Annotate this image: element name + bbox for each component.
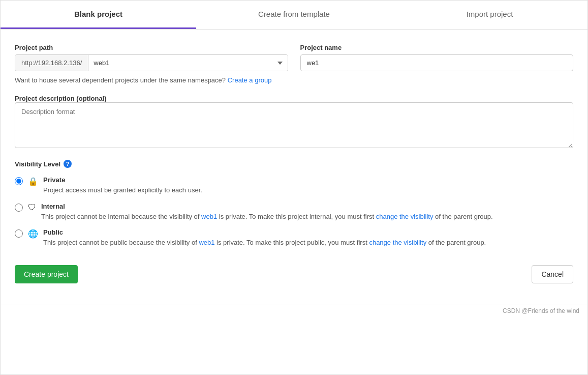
create-project-button[interactable]: Create project [15, 265, 78, 283]
visibility-public-desc: This project cannot be public because th… [43, 238, 573, 248]
visibility-public-radio[interactable] [15, 229, 23, 238]
visibility-private-label: Private [43, 176, 573, 184]
internal-web1-link[interactable]: web1 [201, 213, 217, 220]
globe-icon: 🌐 [28, 229, 38, 239]
visibility-internal-content: Internal This project cannot be internal… [41, 203, 573, 222]
footer: CSDN @Friends of the wind [1, 304, 587, 318]
create-group-link[interactable]: Create a group [228, 76, 272, 84]
tab-import[interactable]: Import project [392, 1, 587, 29]
form-actions: Create project Cancel [15, 260, 573, 283]
footer-text: CSDN @Friends of the wind [503, 307, 579, 314]
visibility-private-option: 🔒 Private Project access must be granted… [15, 176, 573, 195]
visibility-internal-desc: This project cannot be internal because … [41, 212, 573, 222]
public-web1-link[interactable]: web1 [199, 239, 214, 246]
cancel-button[interactable]: Cancel [532, 265, 573, 283]
visibility-options: 🔒 Private Project access must be granted… [15, 176, 573, 248]
visibility-internal-radio[interactable] [15, 204, 23, 212]
path-prefix: http://192.168.2.136/ [15, 55, 88, 71]
namespace-hint: Want to house several dependent projects… [15, 76, 573, 84]
path-namespace-select[interactable]: web1 [88, 55, 287, 71]
project-path-label: Project path [15, 44, 288, 51]
description-label: Project description (optional) [15, 95, 107, 102]
tab-blank[interactable]: Blank project [1, 1, 196, 29]
description-textarea[interactable] [15, 102, 573, 148]
visibility-public-option: 🌐 Public This project cannot be public b… [15, 228, 573, 248]
path-name-row: Project path http://192.168.2.136/ web1 … [15, 44, 573, 71]
visibility-private-content: Private Project access must be granted e… [43, 176, 573, 195]
description-group: Project description (optional) [15, 94, 573, 150]
visibility-private-desc: Project access must be granted explicitl… [43, 185, 573, 195]
public-change-visibility-link[interactable]: change the visibility [369, 239, 426, 246]
visibility-internal-option: 🛡 Internal This project cannot be intern… [15, 203, 573, 222]
visibility-public-content: Public This project cannot be public bec… [43, 228, 573, 248]
project-name-input[interactable] [300, 54, 574, 71]
visibility-section-label: Visibility Level ? [15, 160, 573, 168]
project-name-group: Project name [300, 44, 574, 71]
visibility-public-label: Public [43, 228, 573, 236]
tab-template[interactable]: Create from template [196, 1, 392, 29]
shield-icon: 🛡 [28, 203, 36, 212]
main-content: Project path http://192.168.2.136/ web1 … [1, 30, 587, 294]
tabs: Blank project Create from template Impor… [1, 1, 587, 30]
internal-change-visibility-link[interactable]: change the visibility [376, 213, 434, 220]
lock-icon: 🔒 [28, 177, 38, 186]
visibility-private-radio[interactable] [15, 177, 23, 185]
project-name-label: Project name [300, 44, 574, 51]
project-path-group: Project path http://192.168.2.136/ web1 [15, 44, 288, 71]
visibility-internal-label: Internal [41, 203, 573, 210]
visibility-help-icon[interactable]: ? [64, 160, 72, 168]
path-input-group: http://192.168.2.136/ web1 [15, 54, 288, 71]
